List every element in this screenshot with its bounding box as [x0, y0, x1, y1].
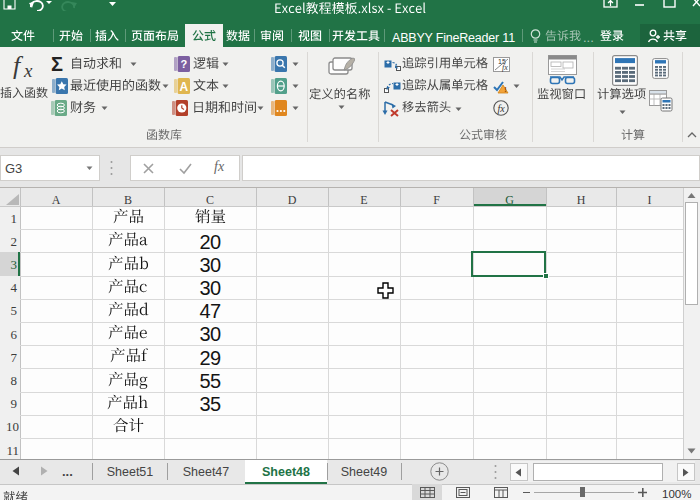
svg-text:fx: fx: [502, 63, 508, 72]
svg-text:!: !: [504, 85, 507, 94]
svg-text:fx: fx: [497, 103, 505, 114]
svg-text:?: ?: [180, 58, 187, 70]
svg-text:A: A: [179, 80, 188, 94]
